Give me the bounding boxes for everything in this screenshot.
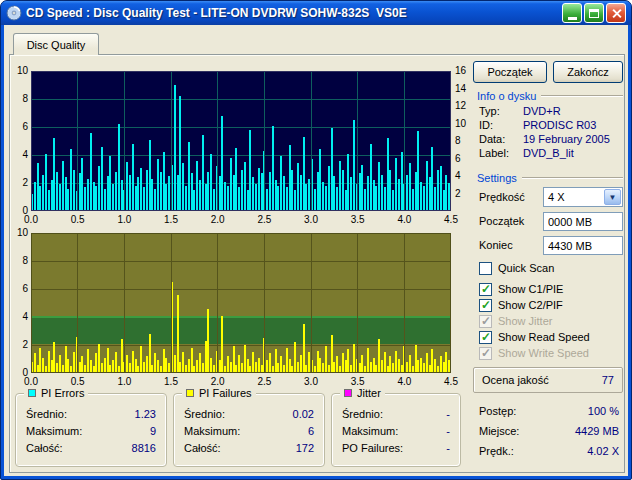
chevron-down-icon[interactable]: ▼ — [604, 189, 621, 205]
checkbox-label: Show Read Speed — [498, 331, 590, 343]
info-label: Typ: — [479, 105, 523, 118]
close-button[interactable] — [606, 3, 626, 23]
maximize-icon — [589, 9, 599, 18]
axis-tick: 4.5 — [438, 214, 464, 226]
axis-tick: 1.5 — [158, 214, 184, 226]
axis-tick: 3.0 — [298, 376, 324, 388]
stat-value: - — [446, 425, 450, 438]
checkbox-label: Show Write Speed — [498, 347, 589, 359]
position-row: Miejsce:4429 MB — [479, 425, 619, 438]
axis-tick: 10 — [13, 227, 28, 239]
stat-label: Całość: — [184, 442, 221, 455]
info-label: Data: — [479, 133, 523, 146]
stat-label: Średnio: — [26, 408, 67, 421]
axis-tick: 2 — [13, 177, 28, 189]
start-mb-label: Początek — [479, 215, 524, 227]
show-c2pif-checkbox[interactable]: Show C2/PIF — [479, 298, 563, 312]
speed-select[interactable]: 4 X ▼ — [543, 187, 623, 207]
pi-errors-stats-box: PI Errors Średnio:1.23 Maksimum:9 Całość… — [15, 393, 167, 467]
stat-value: 172 — [296, 442, 314, 455]
stat-value: - — [446, 442, 450, 455]
titlebar[interactable]: CD Speed : Disc Quality Test - LITE-ON D… — [1, 1, 631, 25]
axis-tick: 6 — [455, 153, 473, 165]
axis-tick: 2 — [13, 339, 28, 351]
divider — [541, 95, 623, 96]
axis-tick: 4.0 — [391, 214, 417, 226]
show-read-speed-checkbox[interactable]: Show Read Speed — [479, 330, 590, 344]
info-value: 19 February 2005 — [523, 133, 610, 146]
axis-tick: 1.0 — [111, 376, 137, 388]
group-title: PI Failures — [182, 387, 256, 399]
info-label: Label: — [479, 147, 523, 160]
checkbox-label: Quick Scan — [498, 262, 554, 274]
axis-tick: 4.5 — [438, 376, 464, 388]
stat-row: Maksimum:6 — [184, 425, 314, 438]
disc-label-row: Label:DVD_B_lit — [479, 147, 623, 160]
minimize-button[interactable] — [562, 3, 582, 23]
jitter-color-swatch — [344, 389, 352, 397]
status-value: 4429 MB — [575, 425, 619, 438]
stat-value: 9 — [150, 425, 156, 438]
status-value: 100 % — [588, 405, 619, 418]
status-label: Miejsce: — [479, 425, 519, 438]
info-label: ID: — [479, 119, 523, 132]
stat-value: 8816 — [132, 442, 156, 455]
show-write-speed-checkbox: Show Write Speed — [479, 346, 589, 360]
axis-tick: 16 — [455, 65, 473, 77]
axis-tick: 4 — [13, 311, 28, 323]
checkbox-box — [479, 315, 492, 328]
stat-label: PO Failures: — [342, 442, 403, 455]
app-window: CD Speed : Disc Quality Test - LITE-ON D… — [0, 0, 632, 480]
pi-errors-color-swatch — [28, 389, 36, 397]
axis-tick: 1.0 — [111, 214, 137, 226]
exit-button[interactable]: Zakończ — [553, 61, 623, 83]
axis-tick: 2.0 — [205, 214, 231, 226]
end-mb-label: Koniec — [479, 239, 513, 251]
cd-speed-app-icon — [6, 5, 22, 21]
axis-tick: 6 — [13, 121, 28, 133]
quick-scan-checkbox[interactable]: Quick Scan — [479, 261, 554, 275]
axis-tick: 10 — [13, 65, 28, 77]
stat-row: Średnio:0.02 — [184, 408, 314, 421]
checkbox-box[interactable] — [479, 262, 492, 275]
stat-row: Średnio:- — [342, 408, 450, 421]
axis-tick: 4 — [455, 170, 473, 182]
jitter-stats-box: Jitter Średnio:- Maksimum:- PO Failures:… — [331, 393, 461, 467]
show-c1pie-checkbox[interactable]: Show C1/PIE — [479, 282, 563, 296]
stat-value: 6 — [308, 425, 314, 438]
end-mb-input[interactable] — [543, 236, 623, 255]
pi-errors-chart: 10864201614121086420.00.51.01.52.02.53.0… — [13, 67, 471, 227]
checkbox-box[interactable] — [479, 283, 492, 296]
divider — [522, 177, 623, 178]
maximize-button[interactable] — [584, 3, 604, 23]
checkbox-label: Show C2/PIF — [498, 299, 563, 311]
stat-row: Całość:8816 — [26, 442, 156, 455]
axis-tick: 2 — [455, 188, 473, 200]
checkbox-label: Show C1/PIE — [498, 283, 563, 295]
stat-row: Maksimum:9 — [26, 425, 156, 438]
status-label: Prędk.: — [479, 445, 514, 458]
close-icon — [611, 8, 622, 19]
show-jitter-checkbox: Show Jitter — [479, 314, 552, 328]
stat-row: PO Failures:- — [342, 442, 450, 455]
axis-tick: 8 — [13, 93, 28, 105]
disc-id-row: ID:PRODISC R03 — [479, 119, 623, 132]
axis-tick: 4 — [13, 149, 28, 161]
start-mb-input[interactable] — [543, 212, 623, 231]
info-value: PRODISC R03 — [523, 119, 596, 132]
status-value: 4.02 X — [587, 445, 619, 458]
speed-row: Prędk.:4.02 X — [479, 445, 619, 458]
speed-label: Prędkość — [479, 191, 525, 203]
speed-value: 4 X — [544, 191, 603, 203]
checkbox-box[interactable] — [479, 331, 492, 344]
stat-value: 1.23 — [135, 408, 156, 421]
info-value: DVD_B_lit — [523, 147, 574, 160]
axis-tick: 14 — [455, 83, 473, 95]
checkbox-box[interactable] — [479, 299, 492, 312]
checkbox-label: Show Jitter — [498, 315, 552, 327]
disc-date-row: Data:19 February 2005 — [479, 133, 623, 146]
group-title: Jitter — [340, 387, 385, 399]
status-label: Postęp: — [479, 405, 516, 418]
start-button[interactable]: Początek — [473, 61, 547, 83]
tab-disc-quality[interactable]: Disc Quality — [13, 33, 99, 55]
